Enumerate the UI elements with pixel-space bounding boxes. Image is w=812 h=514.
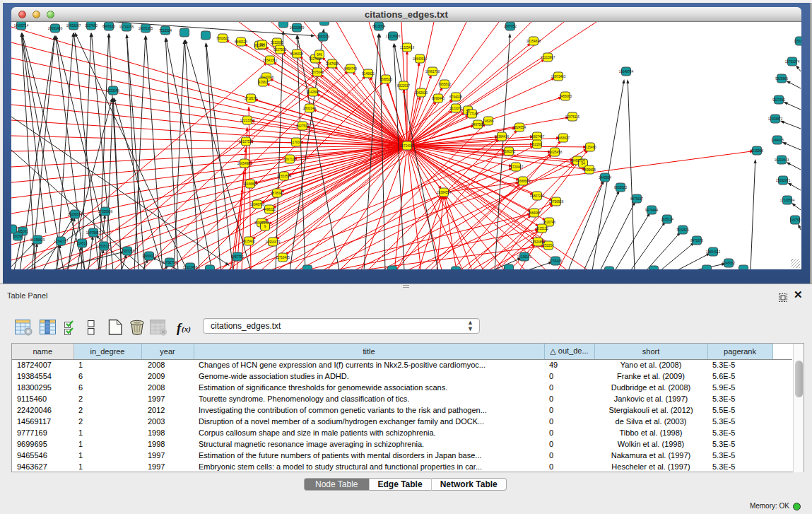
svg-text:12213967: 12213967: [541, 56, 555, 59]
svg-text:7386372: 7386372: [502, 150, 515, 153]
svg-text:9227342: 9227342: [772, 98, 785, 102]
svg-text:10046760: 10046760: [250, 203, 265, 206]
svg-text:7955812: 7955812: [438, 83, 451, 86]
svg-text:15720407: 15720407: [509, 165, 524, 169]
svg-text:14136141: 14136141: [517, 255, 532, 259]
svg-text:2718176: 2718176: [245, 97, 257, 100]
svg-text:19756928: 19756928: [549, 200, 564, 204]
svg-text:8427512: 8427512: [296, 124, 309, 128]
svg-text:2367608: 2367608: [326, 62, 339, 66]
svg-text:9327508: 9327508: [309, 57, 322, 61]
svg-text:19384554: 19384554: [437, 191, 452, 194]
svg-text:1621072: 1621072: [449, 107, 462, 110]
svg-text:1588520: 1588520: [379, 78, 392, 81]
svg-text:15909948: 15909948: [254, 221, 269, 225]
svg-text:8660124: 8660124: [235, 40, 247, 44]
svg-text:11325419: 11325419: [400, 46, 415, 49]
svg-text:16654983: 16654983: [237, 162, 252, 165]
svg-text:17016504: 17016504: [780, 199, 795, 202]
svg-text:10654112: 10654112: [706, 250, 721, 254]
svg-text:435061: 435061: [17, 230, 28, 233]
svg-text:39159: 39159: [13, 235, 23, 238]
svg-text:16671355: 16671355: [139, 27, 153, 30]
svg-text:8471676: 8471676: [690, 239, 703, 243]
svg-text:8990443: 8990443: [432, 97, 445, 100]
svg-text:1244415: 1244415: [771, 139, 784, 142]
svg-text:82160: 82160: [533, 143, 542, 146]
svg-text:117006: 117006: [291, 141, 302, 144]
svg-text:20364436: 20364436: [495, 135, 510, 139]
svg-text:9115460: 9115460: [584, 146, 596, 149]
svg-text:92961: 92961: [259, 81, 268, 84]
svg-text:14055714: 14055714: [14, 24, 29, 28]
svg-text:7625402: 7625402: [242, 240, 255, 243]
svg-text:12975115: 12975115: [565, 115, 580, 119]
svg-text:954: 954: [259, 43, 265, 47]
svg-text:2053346: 2053346: [107, 89, 119, 93]
svg-text:746266: 746266: [483, 119, 494, 123]
svg-text:20691406: 20691406: [48, 27, 63, 30]
svg-text:9146821: 9146821: [362, 72, 375, 76]
svg-text:252254: 252254: [543, 244, 554, 247]
svg-text:1362615: 1362615: [415, 91, 428, 95]
svg-text:8938923: 8938923: [614, 186, 627, 189]
svg-text:1151074: 1151074: [794, 40, 801, 43]
svg-text:9699695: 9699695: [583, 168, 596, 172]
svg-text:10975857: 10975857: [86, 231, 101, 235]
svg-text:1733426: 1733426: [549, 259, 562, 263]
svg-text:114513: 114513: [77, 242, 88, 245]
svg-text:2887052: 2887052: [504, 25, 517, 28]
svg-text:16782759: 16782759: [163, 261, 177, 264]
svg-text:2935114: 2935114: [661, 218, 673, 221]
svg-text:6497568: 6497568: [471, 123, 484, 127]
svg-text:10154838: 10154838: [526, 40, 541, 43]
svg-text:16033809: 16033809: [290, 26, 305, 30]
svg-text:12923488: 12923488: [183, 266, 198, 269]
svg-text:6466160: 6466160: [102, 25, 115, 28]
svg-text:9457791: 9457791: [231, 255, 244, 259]
svg-text:9: 9: [264, 225, 266, 228]
svg-text:16648784: 16648784: [619, 70, 634, 74]
svg-text:10688609: 10688609: [516, 180, 531, 183]
svg-text:9777169: 9777169: [466, 112, 478, 116]
svg-text:9245652: 9245652: [722, 262, 735, 265]
svg-text:10958117: 10958117: [142, 255, 157, 258]
svg-text:12353594: 12353594: [277, 175, 292, 178]
svg-text:04: 04: [581, 162, 585, 165]
svg-text:7515524: 7515524: [159, 29, 172, 33]
svg-text:1440954: 1440954: [599, 176, 611, 180]
svg-text:15692971: 15692971: [776, 179, 791, 182]
svg-text:18724007: 18724007: [400, 144, 415, 148]
svg-text:7684067: 7684067: [528, 211, 541, 215]
svg-text:3267110: 3267110: [283, 158, 296, 161]
svg-text:116753: 116753: [790, 218, 801, 222]
svg-text:8454749: 8454749: [344, 67, 357, 71]
svg-text:19166825: 19166825: [243, 182, 258, 186]
svg-text:12213383: 12213383: [240, 119, 255, 122]
svg-text:16210643: 16210643: [775, 158, 789, 162]
svg-text:2803144: 2803144: [303, 107, 316, 110]
svg-text:18640910: 18640910: [413, 57, 428, 61]
svg-text:20206576: 20206576: [68, 213, 83, 216]
svg-text:3875645: 3875645: [311, 71, 324, 74]
svg-text:17957255: 17957255: [120, 250, 135, 253]
svg-text:1615132: 1615132: [536, 227, 548, 230]
svg-text:12093872: 12093872: [768, 117, 783, 121]
svg-text:9329966: 9329966: [775, 77, 788, 81]
svg-text:7632621: 7632621: [676, 228, 689, 232]
svg-text:15751074: 15751074: [785, 60, 800, 64]
svg-text:6879197: 6879197: [630, 197, 643, 201]
svg-text:16543362: 16543362: [263, 59, 278, 62]
svg-text:7485063: 7485063: [559, 95, 572, 98]
svg-text:9327503: 9327503: [273, 48, 286, 52]
svg-text:(x): (x): [182, 325, 191, 334]
svg-text:9474444: 9474444: [645, 209, 658, 212]
svg-text:12156829: 12156829: [30, 238, 45, 242]
svg-text:10961758: 10961758: [425, 70, 440, 74]
svg-text:1820746: 1820746: [543, 221, 555, 224]
svg-text:9463627: 9463627: [557, 136, 570, 140]
svg-text:10973403: 10973403: [551, 75, 566, 78]
svg-text:546: 546: [317, 53, 322, 57]
svg-text:7663822: 7663822: [216, 37, 229, 40]
svg-text:3824554: 3824554: [513, 126, 526, 129]
